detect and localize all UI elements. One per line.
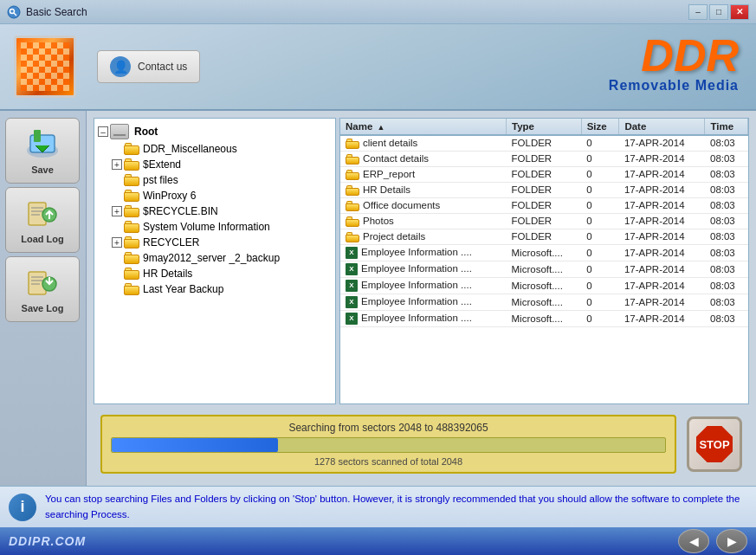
- table-row[interactable]: ERP_report FOLDER 0 17-APR-2014 08:03: [340, 166, 748, 182]
- table-row[interactable]: XEmployee Information .... Microsoft....…: [340, 294, 748, 310]
- brand-area: DDR Removable Media: [609, 33, 739, 94]
- save-icon: [23, 126, 61, 161]
- content-area: Save Load Log: [0, 111, 756, 486]
- cell-date: 17-APR-2014: [619, 261, 705, 277]
- cell-type: Microsoft....: [507, 244, 582, 261]
- cell-name: ERP_report: [340, 166, 507, 182]
- table-row[interactable]: Office documents FOLDER 0 17-APR-2014 08…: [340, 197, 748, 213]
- minimize-button[interactable]: –: [688, 4, 708, 20]
- folder-icon: [124, 174, 139, 186]
- contact-us-button[interactable]: 👤 Contact us: [97, 50, 200, 83]
- table-row[interactable]: XEmployee Information .... Microsoft....…: [340, 310, 748, 326]
- cell-size: 0: [581, 244, 619, 261]
- stop-button[interactable]: STOP: [687, 416, 742, 472]
- cell-type: FOLDER: [507, 151, 582, 166]
- table-row[interactable]: HR Details FOLDER 0 17-APR-2014 08:03: [340, 182, 748, 197]
- extend-expander[interactable]: +: [112, 159, 122, 170]
- progress-area: Searching from sectors 2048 to 488392065…: [94, 410, 749, 479]
- folder-icon: [346, 139, 359, 149]
- info-icon: i: [9, 494, 36, 521]
- brand-sub-text: Removable Media: [609, 78, 739, 94]
- bottom-logo: DDIPR.COM: [9, 534, 86, 548]
- table-row[interactable]: Contact details FOLDER 0 17-APR-2014 08:…: [340, 151, 748, 166]
- cell-size: 0: [581, 166, 619, 182]
- col-time[interactable]: Time: [705, 119, 748, 135]
- col-name[interactable]: Name ▲: [340, 119, 507, 135]
- table-row[interactable]: client details FOLDER 0 17-APR-2014 08:0…: [340, 135, 748, 151]
- excel-icon: X: [346, 247, 358, 259]
- tree-root[interactable]: – Root: [98, 122, 332, 141]
- title-text: Basic Search: [26, 6, 87, 18]
- cell-name: Photos: [340, 213, 507, 229]
- save-button[interactable]: Save: [5, 118, 80, 184]
- cell-size: 0: [581, 294, 619, 310]
- tree-item-label: 9may2012_server _2_backup: [143, 252, 280, 264]
- file-list-panel[interactable]: Name ▲ Type Size Date Time client detail…: [339, 118, 749, 404]
- main-container: 👤 Contact us DDR Removable Media Save: [0, 24, 756, 555]
- cell-type: FOLDER: [507, 182, 582, 197]
- col-type[interactable]: Type: [507, 119, 582, 135]
- list-item[interactable]: 9may2012_server _2_backup: [98, 250, 332, 266]
- table-row[interactable]: Project details FOLDER 0 17-APR-2014 08:…: [340, 229, 748, 244]
- list-item[interactable]: pst files: [98, 172, 332, 188]
- list-item[interactable]: System Volume Information: [98, 219, 332, 235]
- recycle-expander[interactable]: +: [112, 206, 122, 216]
- folder-icon: [124, 158, 139, 171]
- cell-size: 0: [581, 310, 619, 326]
- table-row[interactable]: XEmployee Information .... Microsoft....…: [340, 244, 748, 261]
- cell-date: 17-APR-2014: [619, 244, 705, 261]
- close-button[interactable]: ✕: [730, 4, 749, 20]
- load-log-icon: [23, 196, 61, 230]
- info-bar: i You can stop searching Files and Folde…: [0, 486, 756, 527]
- tree-panel[interactable]: – Root DDR_Miscellaneous + $Exte: [94, 118, 336, 404]
- cell-time: 08:03: [705, 294, 748, 310]
- title-bar-left: Basic Search: [7, 5, 87, 19]
- cell-time: 08:03: [705, 166, 748, 182]
- table-row[interactable]: XEmployee Information .... Microsoft....…: [340, 261, 748, 277]
- cell-type: FOLDER: [507, 213, 582, 229]
- cell-time: 08:03: [705, 277, 748, 294]
- list-item[interactable]: + RECYCLER: [98, 235, 332, 250]
- forward-button[interactable]: ▶: [716, 529, 747, 553]
- cell-date: 17-APR-2014: [619, 151, 705, 166]
- save-log-icon: [23, 265, 61, 300]
- root-expander[interactable]: –: [98, 126, 108, 137]
- cell-type: Microsoft....: [507, 310, 582, 326]
- list-item[interactable]: DDR_Miscellaneous: [98, 141, 332, 157]
- list-item[interactable]: WinProxy 6: [98, 188, 332, 203]
- tree-item-label: $RECYCLE.BIN: [143, 205, 218, 217]
- table-row[interactable]: Photos FOLDER 0 17-APR-2014 08:03: [340, 213, 748, 229]
- maximize-button[interactable]: □: [709, 4, 728, 20]
- save-log-button[interactable]: Save Log: [5, 256, 80, 322]
- cell-time: 08:03: [705, 151, 748, 166]
- list-item[interactable]: + $Extend: [98, 157, 332, 172]
- stop-label: STOP: [699, 438, 729, 451]
- cell-size: 0: [581, 277, 619, 294]
- list-item[interactable]: Last Year Backup: [98, 281, 332, 297]
- list-item[interactable]: HR Details: [98, 266, 332, 281]
- tree-item-label: $Extend: [143, 158, 181, 171]
- save-label: Save: [31, 165, 54, 175]
- info-text-part1: You can stop searching Files and Folders…: [45, 494, 293, 504]
- cell-type: Microsoft....: [507, 294, 582, 310]
- list-item[interactable]: + $RECYCLE.BIN: [98, 203, 332, 219]
- file-table: Name ▲ Type Size Date Time client detail…: [340, 119, 748, 327]
- excel-icon: X: [346, 296, 358, 308]
- info-text-highlight: 'Stop' button.: [293, 494, 350, 504]
- col-date[interactable]: Date: [619, 119, 705, 135]
- recycler-expander[interactable]: +: [112, 237, 122, 248]
- nav-buttons: ◀ ▶: [678, 529, 747, 553]
- cell-size: 0: [581, 197, 619, 213]
- progress-subtext: 1278 sectors scanned of total 2048: [314, 456, 462, 467]
- app-logo: [14, 35, 76, 98]
- cell-size: 0: [581, 135, 619, 151]
- brand-ddr-text: DDR: [609, 33, 739, 78]
- col-size[interactable]: Size: [581, 119, 619, 135]
- stop-sign-icon: STOP: [696, 426, 733, 462]
- table-row[interactable]: XEmployee Information .... Microsoft....…: [340, 277, 748, 294]
- back-button[interactable]: ◀: [678, 529, 709, 553]
- cell-date: 17-APR-2014: [619, 277, 705, 294]
- load-log-button[interactable]: Load Log: [5, 187, 80, 253]
- contact-avatar-icon: 👤: [110, 56, 131, 77]
- cell-time: 08:03: [705, 229, 748, 244]
